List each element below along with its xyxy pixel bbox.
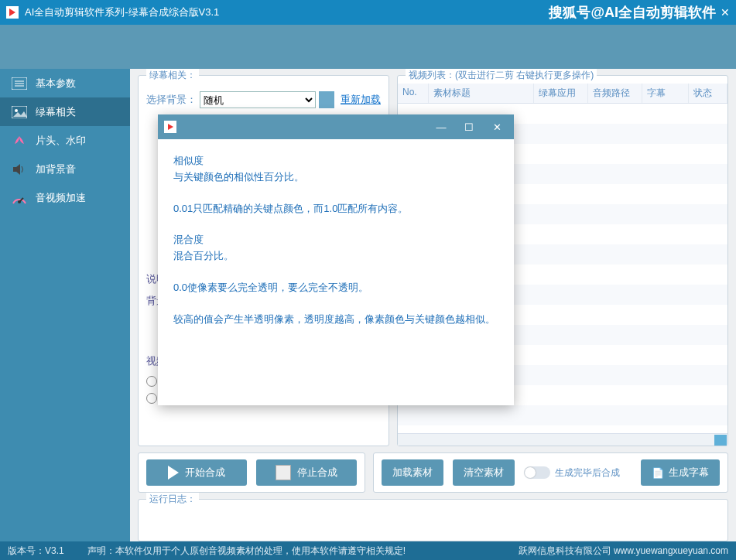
sidebar-item-speed[interactable]: 音视频加速 bbox=[0, 183, 130, 212]
play-icon bbox=[168, 466, 179, 480]
sidebar-item-label: 音视频加速 bbox=[36, 191, 86, 205]
gensubs-button[interactable]: 📄 生成字幕 bbox=[641, 459, 720, 486]
panel-legend: 运行日志： bbox=[146, 493, 199, 506]
col-subs: 字幕 bbox=[642, 84, 689, 103]
start-button[interactable]: 开始合成 bbox=[146, 459, 247, 486]
sidebar-item-label: 基本参数 bbox=[36, 77, 76, 90]
header-strip bbox=[0, 25, 736, 69]
col-status: 状态 bbox=[689, 84, 727, 103]
dialog-icon bbox=[164, 121, 176, 133]
dialog-titlebar[interactable]: — ☐ ✕ bbox=[158, 114, 514, 139]
sidebar-item-label: 片头、水印 bbox=[36, 134, 86, 148]
image-icon bbox=[11, 104, 28, 120]
reload-link[interactable]: 重新加载 bbox=[341, 93, 381, 107]
dialog-body: 相似度与关键颜色的相似性百分比。 0.01只匹配精确的关键点颜色，而1.0匹配所… bbox=[158, 139, 514, 405]
after-toggle[interactable]: 生成完毕后合成 bbox=[524, 459, 620, 486]
sidebar-item-greenscreen[interactable]: 绿幕相关 bbox=[0, 97, 130, 126]
help-dialog: — ☐ ✕ 相似度与关键颜色的相似性百分比。 0.01只匹配精确的关键点颜色，而… bbox=[158, 114, 514, 405]
h-scrollbar[interactable] bbox=[398, 433, 727, 446]
log-panel: 运行日志： bbox=[138, 499, 728, 541]
panel-legend: 视频列表：(双击进行二剪 右键执行更多操作) bbox=[406, 69, 597, 82]
gauge-icon bbox=[11, 190, 28, 206]
sidebar-item-bgm[interactable]: 加背景音 bbox=[0, 155, 130, 183]
maximize-button[interactable]: ☐ bbox=[458, 118, 480, 136]
document-icon: 📄 bbox=[652, 467, 664, 479]
lotus-icon bbox=[11, 133, 28, 149]
panel-legend: 绿幕相关： bbox=[146, 69, 199, 82]
statusbar: 版本号：V3.1 声明：本软件仅用于个人原创音视频素材的处理，使用本软件请遵守相… bbox=[0, 541, 736, 560]
version-label: 版本号：V3.1 bbox=[8, 545, 64, 558]
radio-option-1[interactable] bbox=[146, 376, 157, 387]
speaker-icon bbox=[11, 162, 28, 177]
col-apply: 绿幕应用 bbox=[534, 84, 588, 103]
dialog-close-button[interactable]: ✕ bbox=[486, 118, 508, 136]
app-title: AI全自动剪辑软件系列-绿幕合成综合版V3.1 bbox=[25, 5, 219, 19]
col-no: No. bbox=[398, 84, 429, 103]
watermark-text: 搜狐号@AI全自动剪辑软件 bbox=[549, 3, 716, 22]
toggle-switch[interactable] bbox=[524, 466, 550, 479]
minimize-button[interactable]: — bbox=[430, 118, 452, 136]
dropdown-button[interactable] bbox=[319, 91, 334, 108]
stop-button[interactable]: 停止合成 bbox=[256, 459, 357, 486]
sidebar-item-intro[interactable]: 片头、水印 bbox=[0, 126, 130, 155]
sidebar: 基本参数 绿幕相关 片头、水印 加背景音 音视频加速 bbox=[0, 69, 130, 541]
brand-label: 跃网信息科技有限公司 www.yuewangxueyuan.com bbox=[519, 545, 728, 558]
list-icon bbox=[11, 76, 28, 91]
load-button[interactable]: 加载素材 bbox=[382, 459, 443, 486]
sidebar-item-label: 绿幕相关 bbox=[36, 105, 76, 119]
bg-label: 选择背景： bbox=[146, 93, 197, 107]
bg-select[interactable]: 随机 bbox=[200, 91, 316, 108]
sidebar-item-basic[interactable]: 基本参数 bbox=[0, 69, 130, 97]
disclaimer: 声明：本软件仅用于个人原创音视频素材的处理，使用本软件请遵守相关规定! bbox=[87, 545, 406, 558]
stop-icon bbox=[276, 465, 291, 480]
table-header: No. 素材标题 绿幕应用 音频路径 字幕 状态 bbox=[398, 84, 727, 104]
svg-point-5 bbox=[15, 109, 18, 112]
col-title: 素材标题 bbox=[429, 84, 534, 103]
sidebar-item-label: 加背景音 bbox=[36, 162, 76, 176]
radio-option-2[interactable] bbox=[146, 393, 157, 404]
app-icon bbox=[6, 6, 19, 19]
close-icon[interactable]: ✕ bbox=[721, 6, 730, 19]
col-audio: 音频路径 bbox=[588, 84, 642, 103]
titlebar: AI全自动剪辑软件系列-绿幕合成综合版V3.1 搜狐号@AI全自动剪辑软件 ✕ bbox=[0, 0, 736, 25]
clear-button[interactable]: 清空素材 bbox=[453, 459, 515, 486]
